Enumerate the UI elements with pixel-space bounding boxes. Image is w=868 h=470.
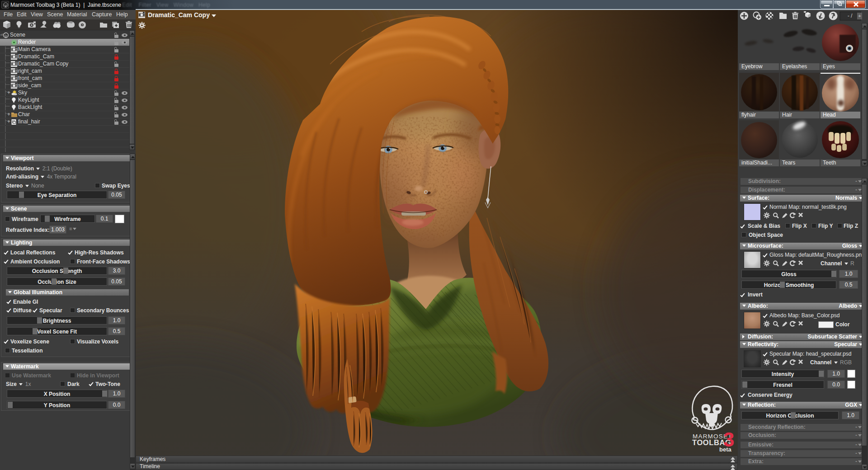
svg-text:beta: beta [719, 446, 732, 453]
svg-text:- /: - / [848, 13, 853, 19]
svg-text:+: + [858, 13, 861, 19]
